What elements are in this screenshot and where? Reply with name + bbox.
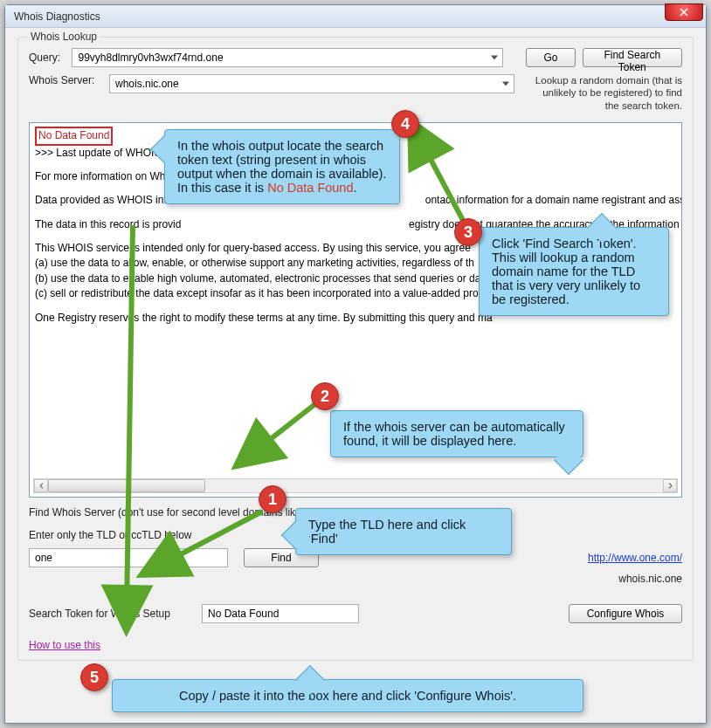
whois-lookup-group: Whois Lookup Query: Go Find Search Token… bbox=[17, 37, 694, 661]
find-whois-server-title: Find Whois Server (don't use for second … bbox=[29, 506, 682, 519]
output-line: This WHOIS service is intended only for … bbox=[35, 241, 676, 256]
close-button[interactable] bbox=[665, 3, 703, 21]
chevron-right-icon bbox=[667, 483, 673, 489]
window-buttons bbox=[665, 3, 703, 21]
query-row: Query: Go Find Search Token bbox=[29, 48, 682, 67]
search-token-row: Search Token for Whois Setup Configure W… bbox=[29, 604, 682, 623]
output-line: (b) use the data to enable high volume, … bbox=[35, 271, 676, 286]
close-icon bbox=[680, 8, 688, 17]
scroll-track[interactable] bbox=[48, 479, 663, 492]
go-button[interactable]: Go bbox=[526, 48, 575, 67]
output-line: For more information on Whois s bbox=[35, 169, 676, 184]
window-title: Whois Diagnostics bbox=[14, 10, 100, 23]
chevron-left-icon bbox=[38, 483, 45, 489]
tld-input[interactable] bbox=[29, 548, 228, 567]
resolved-whois-server: whois.nic.one bbox=[618, 573, 682, 585]
window-body: Whois Lookup Query: Go Find Search Token… bbox=[5, 28, 706, 723]
window-frame: Whois Diagnostics Whois Lookup Query: Go… bbox=[4, 4, 707, 724]
search-token-label: Search Token for Whois Setup bbox=[29, 608, 191, 620]
enter-tld-label: Enter only the TLD or ccTLD below bbox=[29, 529, 682, 541]
titlebar: Whois Diagnostics bbox=[5, 5, 706, 28]
whois-server-label: Whois Server: bbox=[29, 74, 102, 86]
output-line: Data provided as WHOIS informa ontact in… bbox=[35, 193, 676, 208]
output-line: (c) sell or redistribute the data except… bbox=[35, 286, 676, 301]
scroll-right-arrow[interactable] bbox=[663, 479, 677, 492]
no-data-found-text: No Data Found bbox=[35, 127, 113, 145]
server-row: Whois Server: Lookup a random domain (th… bbox=[29, 74, 682, 112]
registry-link[interactable]: http://www.one.com/ bbox=[588, 552, 682, 564]
find-token-hint: Lookup a random domain (that is unlikely… bbox=[527, 74, 682, 112]
whois-lookup-title: Whois Lookup bbox=[27, 31, 100, 43]
query-label: Query: bbox=[29, 52, 65, 64]
output-line: >>> Last update of WHOIS bbox=[35, 146, 676, 161]
scroll-thumb[interactable] bbox=[48, 479, 205, 492]
whois-output[interactable]: No Data Found >>> Last update of WHOIS F… bbox=[29, 122, 682, 498]
find-search-token-button[interactable]: Find Search Token bbox=[583, 48, 682, 67]
output-line: (a) use the data to allow, enable, or ot… bbox=[35, 256, 676, 271]
tld-row: Find http://www.one.com/ bbox=[29, 548, 682, 567]
scroll-left-arrow[interactable] bbox=[34, 479, 48, 492]
whois-server-input[interactable] bbox=[109, 74, 514, 93]
output-line: One Registry reserves the right to modif… bbox=[35, 311, 676, 326]
horizontal-scrollbar[interactable] bbox=[33, 478, 678, 493]
output-line: The data in this record is provid egistr… bbox=[35, 217, 676, 232]
configure-whois-button[interactable]: Configure Whois bbox=[569, 604, 682, 623]
search-token-input[interactable] bbox=[202, 604, 359, 623]
find-whois-server-section: Find Whois Server (don't use for second … bbox=[29, 506, 682, 651]
how-to-use-link[interactable]: How to use this bbox=[29, 639, 100, 651]
query-input[interactable] bbox=[72, 48, 503, 67]
find-button[interactable]: Find bbox=[244, 548, 319, 567]
